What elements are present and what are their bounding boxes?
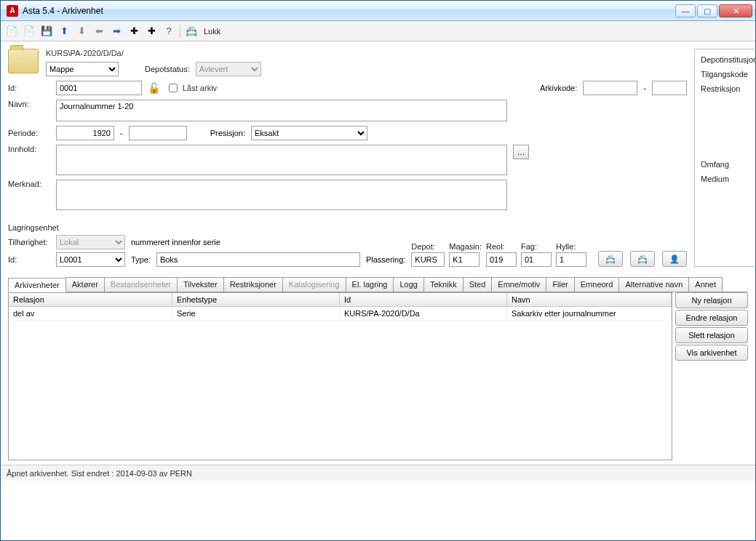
endre-relasjon-button[interactable]: Endre relasjon <box>675 310 748 326</box>
restriksjon-label: Restriksjon <box>701 84 756 97</box>
tab-arkivenheter[interactable]: Arkivenheter <box>8 278 66 292</box>
tab-annet[interactable]: Annet <box>688 277 723 292</box>
statusbar: Åpnet arkivenhet. Sist endret : 2014-09-… <box>1 465 755 481</box>
tree-add-icon[interactable]: ✚ <box>127 25 140 38</box>
id-input[interactable] <box>56 81 142 95</box>
tab-logg[interactable]: Logg <box>393 277 423 292</box>
close-button[interactable]: ✕ <box>719 4 752 17</box>
vis-arkivenhet-button[interactable]: Vis arkivenhet <box>675 345 748 361</box>
merknad-label: Merknad: <box>8 180 50 188</box>
nummerert-text: nummerert innenfor serie <box>131 238 220 247</box>
omfang-label: Omfang <box>701 160 756 173</box>
storage-action1-button[interactable]: 📇 <box>598 251 623 267</box>
toolbar: 📄 📄 💾 ⬆ ⬇ ⬅ ➡ ✚ ✚ ? 📇 Lukk <box>1 21 755 41</box>
arkivkode2-input[interactable] <box>652 81 687 95</box>
periode-from-input[interactable] <box>56 126 114 140</box>
tab-sted[interactable]: Sted <box>463 277 493 292</box>
periode-to-input[interactable] <box>129 126 187 140</box>
client-area: KURS\PA-2020/D/Da/ Mappe Depotstatus: Av… <box>1 41 755 540</box>
maximize-button[interactable]: ▢ <box>697 4 717 17</box>
innhold-more-button[interactable]: … <box>513 145 529 159</box>
arkivkode1-input[interactable] <box>583 81 637 95</box>
lukk-label[interactable]: Lukk <box>204 27 220 36</box>
fag-input[interactable] <box>521 252 552 267</box>
tab-tilvekster[interactable]: Tilvekster <box>177 277 224 292</box>
innhold-input[interactable] <box>56 145 507 175</box>
hylle-input[interactable] <box>556 252 586 267</box>
tab-restriksjoner[interactable]: Restriksjoner <box>223 277 283 292</box>
depotstatus-select: Avlevert <box>196 62 261 76</box>
storage-user-button[interactable]: 👤 <box>662 251 687 267</box>
tab-filer[interactable]: Filer <box>546 277 574 292</box>
minimize-button[interactable]: — <box>675 4 696 17</box>
storage-type-label: Type: <box>131 255 151 264</box>
depotstatus-label: Depotstatus: <box>145 65 190 73</box>
storage-action2-button[interactable]: 📇 <box>630 251 655 267</box>
merknad-input[interactable] <box>56 180 507 210</box>
tilhorighet-select: Lokal <box>56 235 125 249</box>
save-icon[interactable]: 💾 <box>40 25 53 38</box>
toolbar-separator <box>180 25 180 38</box>
new-icon[interactable]: 📄 <box>5 25 18 38</box>
depot-input[interactable] <box>411 252 445 267</box>
tab-akt-rer[interactable]: Aktører <box>65 277 105 292</box>
tab-emneord[interactable]: Emneord <box>574 277 620 292</box>
arrow-right-icon[interactable]: ➡ <box>110 25 123 38</box>
arrow-up-icon[interactable]: ⬆ <box>57 25 71 38</box>
status-text: Åpnet arkivenhet. Sist endret : 2014-09-… <box>7 469 192 478</box>
app-icon: A <box>7 5 18 17</box>
storage-id-select[interactable]: L0001 <box>56 252 125 267</box>
periode-label: Periode: <box>8 129 50 137</box>
tilgangskode-label: Tilgangskode <box>701 70 756 83</box>
presisjon-label: Presisjon: <box>210 129 245 137</box>
tab-bar: ArkivenheterAktørerBestandsenheterTilvek… <box>8 277 748 292</box>
type-select[interactable]: Mappe <box>46 62 119 76</box>
tilhorighet-label: Tilhørighet: <box>8 238 50 247</box>
presisjon-select[interactable]: Eksakt <box>251 126 367 140</box>
copy-icon[interactable]: 📄 <box>23 25 36 38</box>
slett-relasjon-button[interactable]: Slett relasjon <box>675 327 748 343</box>
innhold-label: Innhold: <box>8 145 50 153</box>
lagringsenhet-title: Lagringsenhet <box>8 223 687 232</box>
tab-teknikk[interactable]: Teknikk <box>423 277 463 292</box>
table-row[interactable]: del avSerieKURS/PA-2020/D/DaSakarkiv ett… <box>9 307 672 321</box>
reol-input[interactable] <box>486 252 517 267</box>
grid-header: Relasjon Enhetstype Id Navn <box>9 293 672 307</box>
tab-el-lagring[interactable]: El. lagring <box>346 277 394 292</box>
app-window: A Asta 5.4 - Arkivenhet — ▢ ✕ 📄 📄 💾 ⬆ ⬇ … <box>0 0 756 541</box>
col-id[interactable]: Id <box>340 293 507 306</box>
storage-id-label: Id: <box>8 255 50 264</box>
tab-emne-motiv[interactable]: Emne/motiv <box>491 277 546 292</box>
col-relasjon[interactable]: Relasjon <box>9 293 172 306</box>
depotinstitusjon-label: Depotinstitusjon <box>701 55 756 68</box>
tree-add2-icon[interactable]: ✚ <box>145 25 158 38</box>
navn-label: Navn: <box>8 100 50 108</box>
reol-label: Reol: <box>486 242 517 251</box>
magasin-input[interactable] <box>449 252 480 267</box>
col-navn[interactable]: Navn <box>507 293 672 306</box>
tab-katalogisering: Katalogisering <box>282 277 346 292</box>
help-icon[interactable]: ? <box>162 25 175 38</box>
magasin-label: Magasin: <box>449 242 482 251</box>
arrow-down-icon[interactable]: ⬇ <box>75 25 88 38</box>
window-title: Asta 5.4 - Arkivenhet <box>23 6 675 16</box>
ny-relasjon-button[interactable]: Ny relasjon <box>675 292 748 308</box>
relation-buttons: Ny relasjon Endre relasjon Slett relasjo… <box>675 292 748 460</box>
tab-bestandsenheter: Bestandsenheter <box>104 277 178 292</box>
hylle-label: Hylle: <box>556 242 586 251</box>
depot-label: Depot: <box>411 242 445 251</box>
fag-label: Fag: <box>521 242 552 251</box>
tab-alternative-navn[interactable]: Alternative navn <box>618 277 689 292</box>
plassering-label: Plassering: <box>366 255 405 264</box>
navn-input[interactable]: Journalnummer 1-20 <box>56 100 507 121</box>
last-arkiv-checkbox[interactable]: Låst arkiv <box>166 81 217 95</box>
col-enhetstype[interactable]: Enhetstype <box>172 293 340 306</box>
relations-grid: Relasjon Enhetstype Id Navn del avSerieK… <box>8 292 672 460</box>
lock-icon[interactable]: 🔓 <box>148 82 160 94</box>
medium-label: Medium <box>701 175 756 188</box>
storage-type-input[interactable] <box>156 252 360 267</box>
arrow-left-icon[interactable]: ⬅ <box>92 25 106 38</box>
lukk-icon[interactable]: 📇 <box>185 25 198 38</box>
titlebar: A Asta 5.4 - Arkivenhet — ▢ ✕ <box>1 1 755 21</box>
folder-icon <box>8 49 39 73</box>
